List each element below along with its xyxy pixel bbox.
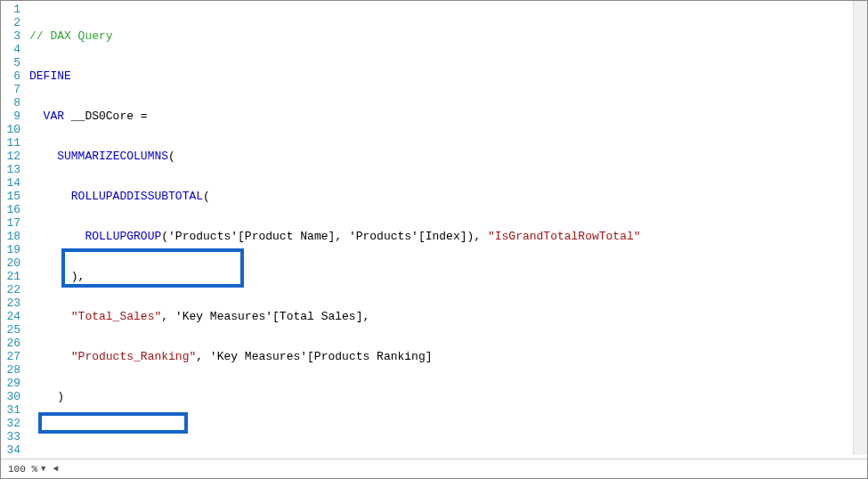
keyword-var: VAR (29, 110, 64, 123)
code-comment: // DAX Query (29, 29, 113, 43)
scroll-left-icon[interactable]: ◄ (53, 464, 58, 474)
code-editor[interactable]: 1234567891011121314151617181920212223242… (1, 1, 867, 455)
zoom-dropdown-icon[interactable]: ▼ (41, 465, 45, 474)
func-summarizecolumns: SUMMARIZECOLUMNS (57, 150, 168, 163)
code-text: ) (29, 390, 64, 403)
string-literal: "Products_Ranking" (71, 350, 196, 363)
zoom-level[interactable]: 100 % (8, 464, 37, 475)
code-text: ( (203, 190, 210, 203)
status-bar: 100 % ▼ ◄ (1, 459, 867, 478)
keyword-define: DEFINE (29, 69, 71, 83)
line-number-gutter: 1234567891011121314151617181920212223242… (1, 1, 26, 455)
func-rollupaddissubtotal: ROLLUPADDISSUBTOTAL (71, 190, 203, 203)
code-text: , 'Key Measures'[Products Ranking] (196, 350, 432, 363)
code-area[interactable]: // DAX Query DEFINE VAR __DS0Core = SUMM… (26, 1, 867, 455)
code-text: ), (29, 270, 85, 283)
string-literal: "IsGrandTotalRowTotal" (488, 230, 641, 243)
code-text: ( (168, 150, 175, 163)
string-literal: "Total_Sales" (71, 310, 161, 323)
code-text: __DS0Core = (64, 110, 148, 123)
func-rollupgroup: ROLLUPGROUP (85, 230, 161, 243)
code-text: ('Products'[Product Name], 'Products'[In… (161, 230, 488, 243)
vertical-scrollbar[interactable] (853, 1, 867, 455)
code-text: , 'Key Measures'[Total Sales], (161, 310, 369, 323)
